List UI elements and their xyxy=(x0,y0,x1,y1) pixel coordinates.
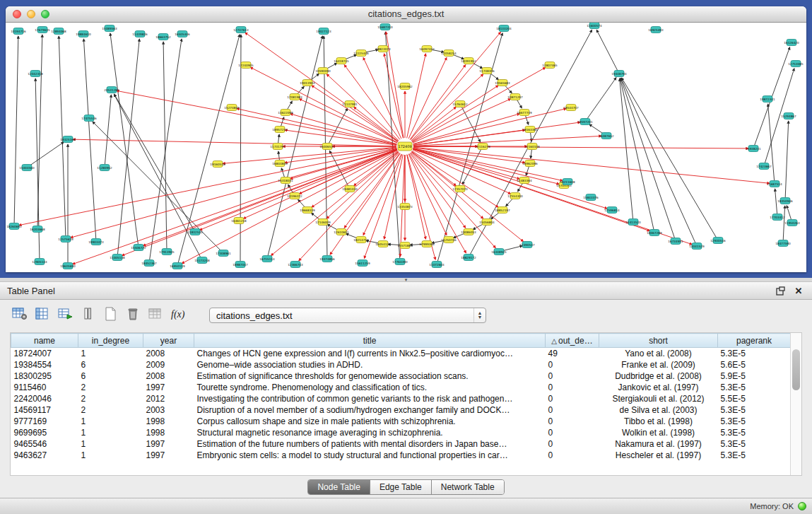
table-selector-dropdown[interactable]: citations_edges.txt ▲▼ xyxy=(209,308,486,323)
graph-node[interactable]: 18205962 xyxy=(397,83,413,90)
graph-node[interactable]: 12930516 xyxy=(710,238,726,244)
graph-node[interactable]: 15318031 xyxy=(278,177,293,184)
citation-network-graph[interactable]: 1724091609743312058254183919521174830619… xyxy=(6,23,806,272)
table-cell[interactable]: 2 xyxy=(78,382,143,393)
graph-node[interactable]: 15004560 xyxy=(19,165,35,171)
graph-node[interactable]: 15506722 xyxy=(131,245,146,251)
graph-node[interactable]: 14571884 xyxy=(397,243,413,249)
table-cell[interactable]: 18724007 xyxy=(11,348,78,359)
graph-node[interactable]: 15938231 xyxy=(746,146,761,152)
rename-table-button[interactable] xyxy=(146,306,165,325)
graph-node[interactable]: 18663752 xyxy=(155,34,171,40)
graph-node[interactable]: 13354873 xyxy=(397,204,413,210)
graph-node[interactable]: 11748306 xyxy=(479,68,495,74)
graph-node[interactable]: 17999366 xyxy=(419,241,435,247)
table-cell[interactable]: 0 xyxy=(546,427,599,438)
table-row[interactable]: 977716911998Corpus callosum shape and si… xyxy=(11,416,791,427)
table-cell[interactable]: 5.6E-5 xyxy=(718,359,791,370)
graph-node[interactable]: 19160518 xyxy=(210,161,225,168)
graph-node[interactable]: 19013904 xyxy=(300,80,315,86)
graph-node[interactable]: 12490537 xyxy=(519,242,535,248)
graph-node[interactable]: 12160108 xyxy=(524,144,540,150)
graph-node[interactable]: 18067289 xyxy=(647,230,662,236)
float-panel-icon[interactable] xyxy=(774,284,787,297)
graph-node[interactable]: 18829172 xyxy=(461,255,476,261)
table-cell[interactable]: 6 xyxy=(78,370,143,382)
graph-node[interactable]: 16054125 xyxy=(375,241,391,247)
graph-node[interactable]: 11439826 xyxy=(132,31,148,37)
table-cell[interactable]: 0 xyxy=(546,370,599,382)
table-cell[interactable]: Dudbridge et al. (2008) xyxy=(599,370,718,382)
table-cell[interactable]: 0 xyxy=(546,438,599,450)
table-cell[interactable]: Franke et al. (2009) xyxy=(599,359,718,370)
table-cell[interactable]: 19384554 xyxy=(11,359,78,370)
table-cell[interactable]: 9699695 xyxy=(11,427,78,438)
table-cell[interactable]: 2 xyxy=(78,393,143,404)
table-cell[interactable]: 9463627 xyxy=(11,450,78,461)
graph-node[interactable]: 16925493 xyxy=(648,27,664,33)
graph-node[interactable]: 14622098 xyxy=(278,110,293,116)
table-cell[interactable]: 2008 xyxy=(143,348,194,359)
column-header-year[interactable]: year xyxy=(143,334,194,348)
graph-node[interactable]: 19872341 xyxy=(760,96,775,103)
graph-node[interactable]: 18957215 xyxy=(272,127,288,133)
table-scrollbar[interactable] xyxy=(790,333,801,475)
table-cell[interactable]: 5.3E-5 xyxy=(718,404,791,416)
table-cell[interactable]: Genome–wide association studies in ADHD. xyxy=(194,359,546,370)
table-cell[interactable]: Changes of HCN gene expression and I(f) … xyxy=(194,348,546,359)
scrollbar-thumb[interactable] xyxy=(792,349,800,390)
table-cell[interactable]: 9777169 xyxy=(11,416,78,427)
graph-node[interactable]: 11950263 xyxy=(784,220,800,226)
table-cell[interactable]: 1 xyxy=(78,438,143,450)
table-row[interactable]: 2242004622012Investigating the contribut… xyxy=(11,393,791,404)
graph-node[interactable]: 13041529 xyxy=(689,243,705,250)
table-cell[interactable]: 22420046 xyxy=(11,393,78,404)
graph-node[interactable]: 15056804 xyxy=(479,219,495,226)
graph-node[interactable]: 18852197 xyxy=(495,207,510,214)
graph-node[interactable]: 17308961 xyxy=(216,250,231,257)
graph-hub-node[interactable]: 172409 xyxy=(398,142,412,151)
table-cell[interactable]: Nakamura et al. (1997) xyxy=(599,438,718,450)
column-header-name[interactable]: name xyxy=(11,334,78,348)
table-row[interactable]: 911546021997Tourette syndrome. Phenomeno… xyxy=(11,382,791,393)
column-header-short[interactable]: short xyxy=(599,334,718,348)
graph-node[interactable]: 17703412 xyxy=(770,214,785,221)
new-table-button[interactable] xyxy=(100,306,120,325)
window-titlebar[interactable]: citations_edges.txt xyxy=(6,6,806,23)
table-cell[interactable]: 6 xyxy=(78,359,143,370)
table-cell[interactable]: 1997 xyxy=(143,450,194,461)
table-cell[interactable]: 2003 xyxy=(143,404,194,416)
graph-node[interactable]: 17679635 xyxy=(35,27,50,33)
graph-node[interactable]: 19481030 xyxy=(342,186,358,192)
table-cell[interactable]: Stergiakouli et al. (2012) xyxy=(599,393,718,404)
table-cell[interactable]: 2009 xyxy=(143,359,194,370)
table-cell[interactable]: 0 xyxy=(546,393,599,404)
table-cell[interactable]: de Silva et al. (2003) xyxy=(599,404,718,416)
column-button[interactable] xyxy=(78,306,98,325)
graph-node[interactable]: 12753085 xyxy=(788,61,804,67)
graph-node[interactable]: 18823073 xyxy=(375,46,391,52)
graph-node[interactable]: 10590090 xyxy=(315,68,331,74)
graph-node[interactable]: 15687310 xyxy=(377,24,393,30)
graph-node[interactable]: 12905144 xyxy=(32,259,47,265)
table-cell[interactable]: 1997 xyxy=(143,382,194,393)
graph-node[interactable]: 19448794 xyxy=(611,71,627,77)
table-row[interactable]: 946362711997Embryonic stem cells: a mode… xyxy=(11,450,791,461)
graph-node[interactable]: 15843376 xyxy=(583,194,599,201)
table-cell[interactable]: 2008 xyxy=(143,370,194,382)
graph-node[interactable]: 11731797 xyxy=(270,144,286,150)
graph-node[interactable]: 16734951 xyxy=(668,238,683,245)
graph-node[interactable]: 12575619 xyxy=(58,236,73,243)
table-cell[interactable]: 1998 xyxy=(143,416,194,427)
table-row[interactable]: 1456911722003Disruption of a novel membe… xyxy=(11,404,791,416)
graph-node[interactable]: 17146009 xyxy=(315,219,331,226)
tab-edge-table[interactable]: Edge Table xyxy=(370,480,432,494)
graph-node[interactable]: 18544707 xyxy=(563,105,579,111)
table-row[interactable]: 969969511998Structural magnetic resonanc… xyxy=(11,427,791,438)
graph-node[interactable]: 12042318 xyxy=(28,71,43,77)
table-cell[interactable]: Disruption of a novel member of a sodium… xyxy=(194,404,546,416)
graph-node[interactable]: 17423667 xyxy=(756,163,772,170)
graph-node[interactable]: 16962096 xyxy=(522,160,538,167)
table-cell[interactable]: 1 xyxy=(78,450,143,461)
graph-node[interactable]: 17554300 xyxy=(507,193,523,199)
